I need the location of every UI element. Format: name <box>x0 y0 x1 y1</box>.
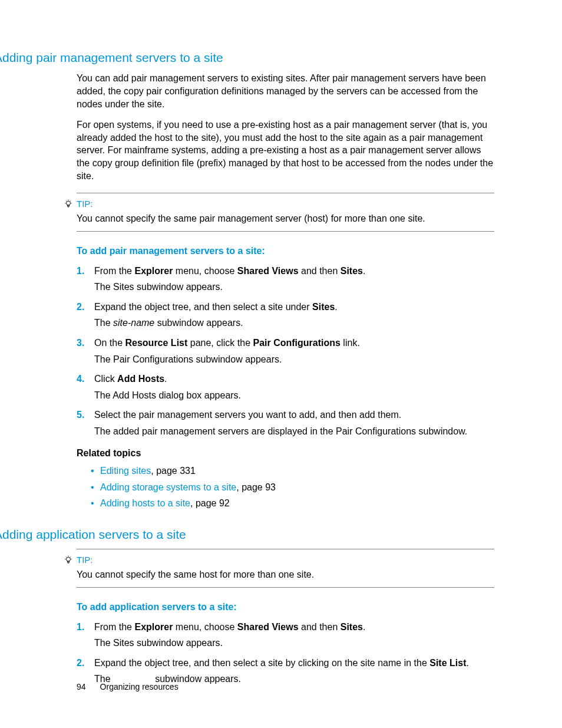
step-text: Expand the object tree, and then select … <box>94 657 494 670</box>
t: On the <box>94 338 125 348</box>
steps-list-1: From the Explorer menu, choose Shared Vi… <box>77 265 494 438</box>
svg-line-11 <box>66 557 67 558</box>
steps-list-2: From the Explorer menu, choose Shared Vi… <box>77 621 494 686</box>
bold: Sites <box>340 266 363 276</box>
chapter-title: Organizing resources <box>100 681 178 693</box>
step-sub: The Add Hosts dialog box appears. <box>94 389 494 402</box>
t: Click <box>94 374 117 384</box>
lightbulb-icon <box>64 199 73 209</box>
section1-body: You can add pair management servers to e… <box>77 72 494 510</box>
link-editing-sites[interactable]: Editing sites <box>100 466 151 476</box>
t: The <box>94 318 113 328</box>
step-text: From the Explorer menu, choose Shared Vi… <box>94 265 494 278</box>
t: Expand the object tree, and then select … <box>94 658 429 668</box>
tip-block-2: TIP: You cannot specify the same host fo… <box>77 549 494 588</box>
related-item: Adding hosts to a site, page 92 <box>91 497 494 510</box>
related-item: Adding storage systems to a site, page 9… <box>91 481 494 494</box>
link-adding-storage[interactable]: Adding storage systems to a site <box>100 482 236 492</box>
t: . <box>363 266 365 276</box>
step-sub: The Pair Configurations subwindow appear… <box>94 353 494 366</box>
tip-body-1: You cannot specify the same pair managem… <box>77 212 494 225</box>
t: subwindow appears. <box>154 318 243 328</box>
t: pane, click the <box>187 338 253 348</box>
step-sub: The added pair management servers are di… <box>94 425 494 438</box>
t: menu, choose <box>173 622 237 632</box>
page: Adding pair management servers to a site… <box>0 0 562 728</box>
heading-app-servers: Adding application servers to a site <box>0 526 527 543</box>
step-text: Expand the object tree, and then select … <box>94 301 494 314</box>
svg-line-12 <box>70 557 71 558</box>
t: link. <box>340 338 360 348</box>
t: . <box>363 622 365 632</box>
lightbulb-icon <box>64 555 73 565</box>
step-sub: The site-name subwindow appears. <box>94 317 494 330</box>
t: , page 93 <box>236 482 276 492</box>
t: , page 331 <box>151 466 196 476</box>
related-topics-title: Related topics <box>77 447 494 460</box>
svg-point-7 <box>67 558 71 562</box>
step-text: Click Add Hosts. <box>94 373 494 386</box>
step-3: On the Resource List pane, click the Pai… <box>77 337 494 365</box>
step-1: From the Explorer menu, choose Shared Vi… <box>77 265 494 294</box>
svg-line-4 <box>66 201 67 202</box>
bold: Pair Configurations <box>253 338 340 348</box>
procedure-title-1: To add pair management servers to a site… <box>77 245 494 258</box>
tip-header: TIP: <box>64 193 494 210</box>
tip-rule-bottom <box>77 587 494 588</box>
page-number: 94 <box>77 681 86 693</box>
step-text: On the Resource List pane, click the Pai… <box>94 337 494 350</box>
tip-body-2: You cannot specify the same host for mor… <box>77 568 494 581</box>
section2-body: TIP: You cannot specify the same host fo… <box>77 549 494 686</box>
step-4: Click Add Hosts. The Add Hosts dialog bo… <box>77 373 494 401</box>
bold: Site List <box>429 658 466 668</box>
t: menu, choose <box>173 266 237 276</box>
t: . <box>164 374 167 384</box>
tip-label: TIP: <box>77 198 93 210</box>
step-2: Expand the object tree, and then select … <box>77 301 494 330</box>
para-intro-2: For open systems, if you need to use a p… <box>77 118 494 182</box>
svg-point-0 <box>67 201 71 205</box>
t: From the <box>94 622 134 632</box>
step-text: From the Explorer menu, choose Shared Vi… <box>94 621 494 634</box>
heading-pair-mgmt: Adding pair management servers to a site <box>0 50 527 66</box>
italic: site-name <box>113 318 154 328</box>
step-1: From the Explorer menu, choose Shared Vi… <box>77 621 494 650</box>
t: . <box>335 302 337 312</box>
bold: Sites <box>312 302 335 312</box>
procedure-title-2: To add application servers to a site: <box>77 601 494 614</box>
t: From the <box>94 266 134 276</box>
bold: Resource List <box>125 338 187 348</box>
tip-block-1: TIP: You cannot specify the same pair ma… <box>77 193 494 232</box>
step-sub: The Sites subwindow appears. <box>94 281 494 294</box>
step-text: Select the pair management servers you w… <box>94 409 494 421</box>
bold: Shared Views <box>237 622 299 632</box>
t: and then <box>299 622 340 632</box>
link-adding-hosts[interactable]: Adding hosts to a site <box>100 498 190 508</box>
page-footer: 94 Organizing resources <box>77 681 178 693</box>
related-item: Editing sites, page 331 <box>91 465 494 477</box>
step-5: Select the pair management servers you w… <box>77 409 494 437</box>
bold: Add Hosts <box>117 374 164 384</box>
bold: Shared Views <box>237 266 299 276</box>
bold: Explorer <box>134 266 173 276</box>
tip-label: TIP: <box>77 554 93 566</box>
svg-line-5 <box>70 201 71 202</box>
step-sub: The Sites subwindow appears. <box>94 637 494 650</box>
para-intro-1: You can add pair management servers to e… <box>77 72 494 110</box>
t: . <box>466 658 468 668</box>
bold: Sites <box>340 622 363 632</box>
bold: Explorer <box>134 622 173 632</box>
t: Expand the object tree, and then select … <box>94 302 312 312</box>
t: , page 92 <box>190 498 230 508</box>
tip-rule-bottom <box>77 231 494 232</box>
tip-header: TIP: <box>64 549 494 566</box>
related-topics-list: Editing sites, page 331 Adding storage s… <box>91 465 494 510</box>
t: and then <box>299 266 340 276</box>
